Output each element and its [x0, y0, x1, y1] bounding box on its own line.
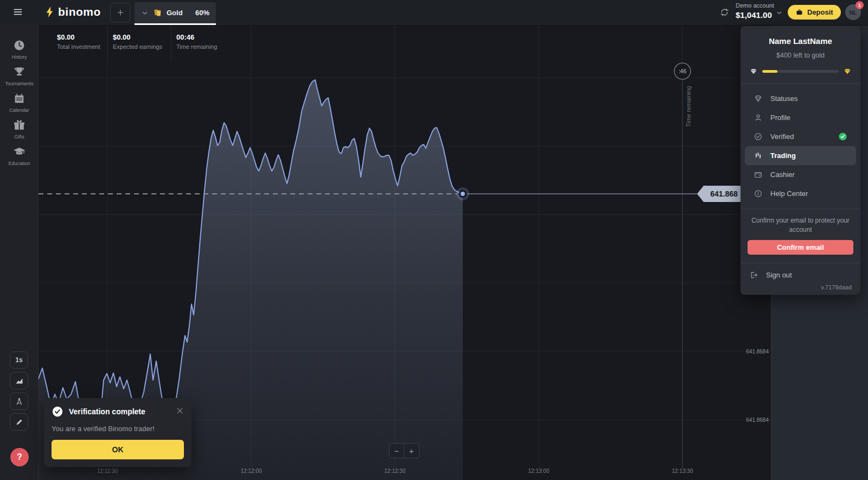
price-line: [38, 80, 463, 430]
statuses-icon: [754, 94, 763, 103]
toast-ok-button[interactable]: OK: [52, 440, 184, 459]
menu-item-statuses[interactable]: Statuses: [745, 89, 856, 108]
verification-toast: Verification complete You are a verified…: [44, 398, 192, 467]
stat-label: Total investment: [57, 43, 107, 50]
sign-out-icon: [749, 270, 758, 280]
sidebar-item-label: Education: [8, 161, 30, 166]
sign-out-label: Sign out: [766, 271, 792, 279]
stat-label: Time remaining: [176, 43, 237, 50]
timeframe-button[interactable]: 1s: [10, 351, 28, 369]
menu-item-label: Verified: [770, 132, 794, 141]
briefcase-icon: [795, 8, 803, 16]
asset-name: Gold: [167, 9, 183, 17]
zoom-in-button[interactable]: +: [404, 443, 419, 458]
app-version: v.7179daad: [749, 284, 852, 290]
sidebar-item-label: Tournaments: [5, 81, 33, 86]
account-balance: $1,041.00: [736, 11, 774, 19]
help-center-icon: [754, 189, 763, 198]
status-progress-text: $400 left to gold: [749, 52, 852, 59]
sidebar-item-label: Gifts: [14, 134, 24, 140]
drawing-compass-icon: [15, 397, 24, 406]
menu-item-label: Profile: [770, 113, 790, 122]
deposit-button[interactable]: Deposit: [788, 5, 841, 20]
sidebar-item-education[interactable]: Education: [0, 145, 39, 166]
stat-value: $0.00: [57, 33, 107, 41]
account-type: Demo account: [736, 3, 774, 9]
indicators-button[interactable]: [10, 393, 28, 410]
stat-value: 00:46: [176, 33, 237, 41]
chart-type-button[interactable]: [10, 372, 28, 389]
toast-message: You are a verified Binomo trader!: [52, 425, 184, 433]
price-axis-tick: 641.8684: [746, 349, 769, 355]
trade-stats-bar: $0.00Total investment$0.00Expected earni…: [39, 25, 237, 61]
refresh-icon[interactable]: [719, 7, 730, 17]
stat-0: $0.00Total investment: [39, 25, 108, 61]
chevron-down-icon[interactable]: [141, 9, 149, 17]
timeframe-label: 1s: [15, 356, 22, 364]
bolt-icon: [43, 5, 56, 19]
menu-item-help-center[interactable]: Help Center: [745, 184, 856, 203]
countdown-circle: [674, 63, 691, 79]
verified-icon: [754, 132, 763, 141]
price-axis-tick: 641.8684: [746, 417, 769, 423]
help-button[interactable]: ?: [10, 448, 29, 466]
current-point: [460, 191, 466, 197]
menu-item-verified[interactable]: Verified: [745, 127, 856, 146]
menu-item-label: Cashier: [770, 170, 795, 179]
chart-tools: 1s: [10, 351, 28, 434]
menu-item-trading[interactable]: Trading: [745, 146, 856, 165]
menu-item-label: Help Center: [770, 190, 808, 198]
time-axis-tick: 12:13:30: [672, 468, 693, 474]
sidebar-item-label: History: [11, 54, 27, 60]
confirm-email-button[interactable]: Confirm email: [748, 240, 853, 255]
sign-out-button[interactable]: Sign out: [749, 270, 852, 280]
pencil-icon: [15, 418, 24, 427]
asset-payout: 60%: [195, 9, 209, 17]
sidebar-item-calendar[interactable]: Calendar: [0, 92, 39, 113]
add-asset-tab-button[interactable]: [110, 3, 130, 22]
time-axis-tick: 12:12:30: [385, 468, 406, 474]
verified-badge-icon: [838, 132, 847, 141]
stat-value: $0.00: [113, 33, 171, 41]
top-bar: binomo Gold 60% Demo account $1,041.00 D…: [0, 0, 868, 26]
confirm-email-section: Confirm your email to protect your accou…: [741, 209, 860, 263]
left-sidebar: HistoryTournamentsCalendarGiftsEducation…: [0, 25, 39, 480]
user-name: Name LastName: [749, 36, 852, 46]
countdown-value: :46: [679, 68, 687, 74]
asset-tab-gold[interactable]: Gold 60%: [135, 2, 216, 25]
time-axis-tick: 12:11:30: [97, 468, 118, 474]
calendar-icon: [12, 92, 26, 105]
account-chevron-down-icon[interactable]: [776, 9, 783, 16]
gifts-icon: [12, 118, 26, 132]
toast-header: Verification complete: [52, 406, 184, 418]
menu-icon[interactable]: [12, 7, 24, 17]
menu-item-label: Trading: [770, 151, 796, 160]
current-price-value: 641.868: [710, 190, 738, 198]
drawing-button[interactable]: [10, 413, 28, 431]
stat-1: $0.00Expected earnings: [108, 25, 171, 61]
deposit-label: Deposit: [807, 8, 833, 16]
time-axis-tick: 12:12:00: [241, 468, 262, 474]
sidebar-item-tournaments[interactable]: Tournaments: [0, 65, 39, 86]
close-icon[interactable]: [176, 407, 184, 415]
sidebar-item-gifts[interactable]: Gifts: [0, 118, 39, 140]
notification-badge: 1: [856, 1, 864, 9]
logo-text: binomo: [58, 5, 101, 18]
toast-title: Verification complete: [69, 407, 145, 416]
gold-bars-icon: [152, 8, 163, 18]
menu-item-profile[interactable]: Profile: [745, 108, 856, 127]
time-axis-tick: 12:13:00: [528, 468, 550, 474]
sidebar-item-history[interactable]: History: [0, 39, 39, 60]
trading-icon: [754, 151, 763, 160]
binomo-logo: binomo: [43, 5, 101, 19]
check-circle-icon: [52, 406, 63, 418]
user-menu-header: Name LastName $400 left to gold: [741, 26, 860, 83]
current-price-tag: [697, 186, 742, 202]
chart-type-icon: [15, 376, 24, 386]
confirm-email-text: Confirm your email to protect your accou…: [748, 216, 853, 235]
zoom-out-button[interactable]: −: [389, 443, 404, 458]
account-switcher[interactable]: Demo account $1,041.00: [736, 3, 774, 19]
plus-icon: [116, 8, 125, 17]
menu-item-cashier[interactable]: Cashier: [745, 165, 856, 184]
progress-fill: [762, 70, 777, 73]
